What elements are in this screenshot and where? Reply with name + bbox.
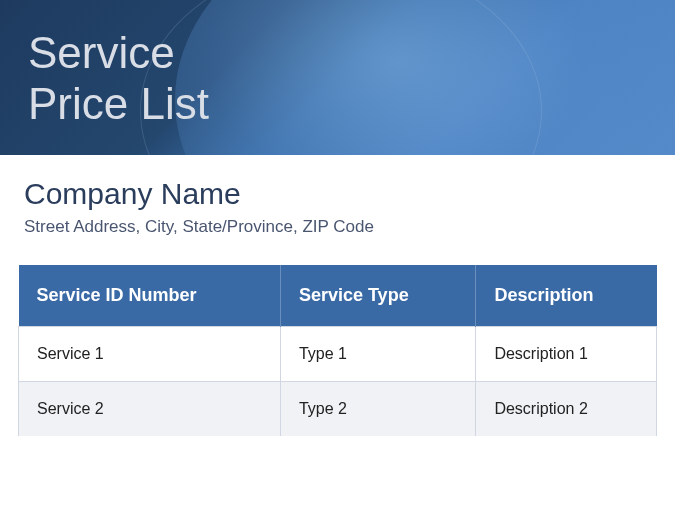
price-table: Service ID Number Service Type Descripti…: [18, 265, 657, 436]
table-row: Service 2 Type 2 Description 2: [19, 382, 657, 437]
col-service-id: Service ID Number: [19, 265, 281, 327]
cell-service-id: Service 1: [19, 327, 281, 382]
col-service-type: Service Type: [280, 265, 476, 327]
cell-service-type: Type 2: [280, 382, 476, 437]
title-line-2: Price List: [28, 79, 209, 130]
cell-service-id: Service 2: [19, 382, 281, 437]
price-table-container: Service ID Number Service Type Descripti…: [0, 265, 675, 436]
document-title: Service Price List: [28, 28, 209, 129]
company-address: Street Address, City, State/Province, ZI…: [24, 217, 651, 237]
document-header: Service Price List: [0, 0, 675, 155]
company-info: Company Name Street Address, City, State…: [0, 155, 675, 265]
company-name: Company Name: [24, 177, 651, 211]
title-line-1: Service: [28, 28, 209, 79]
cell-service-type: Type 1: [280, 327, 476, 382]
cell-description: Description 2: [476, 382, 657, 437]
table-header-row: Service ID Number Service Type Descripti…: [19, 265, 657, 327]
table-row: Service 1 Type 1 Description 1: [19, 327, 657, 382]
cell-description: Description 1: [476, 327, 657, 382]
col-description: Description: [476, 265, 657, 327]
